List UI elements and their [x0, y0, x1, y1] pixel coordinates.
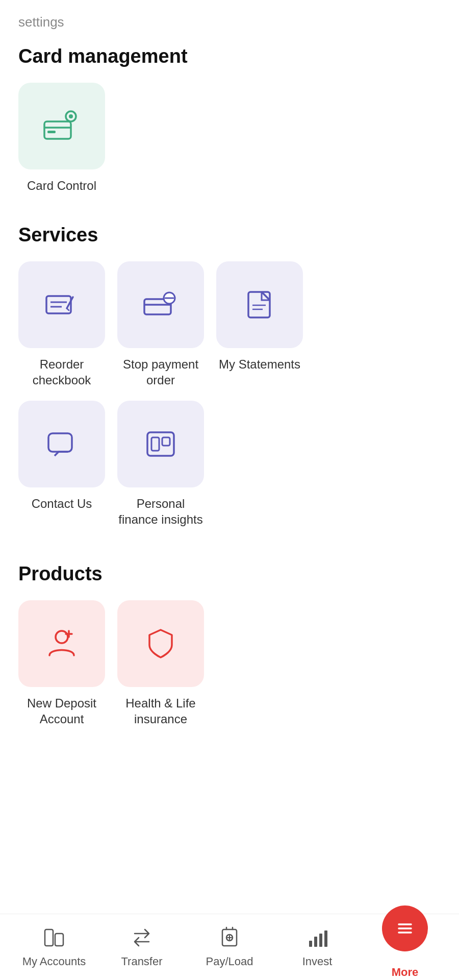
- contact-us-tile[interactable]: Contact Us: [18, 401, 105, 527]
- card-control-icon-box: [18, 83, 105, 169]
- svg-point-21: [56, 631, 68, 643]
- finance-icon: [140, 426, 181, 462]
- svg-line-8: [67, 297, 73, 308]
- reorder-checkbook-tile[interactable]: Reorder checkbook: [18, 261, 105, 388]
- services-grid-row1: Reorder checkbook Stop payment order: [18, 261, 441, 388]
- services-grid-row2: Contact Us Personal finance insights: [18, 401, 441, 527]
- svg-rect-33: [324, 930, 327, 947]
- invest-icon: [306, 926, 328, 951]
- card-management-section: Card management Card Control: [0, 35, 459, 193]
- transfer-label: Transfer: [121, 955, 162, 968]
- stop-payment-icon-box: [117, 261, 204, 348]
- svg-rect-4: [47, 131, 56, 133]
- my-statements-tile[interactable]: My Statements: [216, 261, 303, 388]
- new-deposit-icon-box: [18, 600, 105, 687]
- stop-payment-tile[interactable]: Stop payment order: [117, 261, 204, 388]
- my-statements-icon-box: [216, 261, 303, 348]
- svg-rect-2: [44, 121, 71, 139]
- svg-rect-24: [45, 929, 53, 946]
- stop-payment-label: Stop payment order: [117, 356, 204, 388]
- transfer-icon: [131, 926, 153, 951]
- bottom-nav: My Accounts Transfer Pay/Load: [0, 914, 459, 980]
- new-deposit-label: New Deposit Account: [18, 695, 105, 727]
- svg-rect-19: [151, 437, 159, 451]
- card-control-icon: [41, 108, 82, 144]
- card-control-tile[interactable]: Card Control: [18, 83, 105, 193]
- pay-load-label: Pay/Load: [206, 955, 253, 968]
- personal-finance-icon-box: [117, 401, 204, 487]
- contact-us-icon-box: [18, 401, 105, 487]
- reorder-checkbook-icon-box: [18, 261, 105, 348]
- more-fab-button[interactable]: [382, 905, 428, 951]
- svg-rect-31: [314, 937, 317, 947]
- products-grid: New Deposit Account Health & Life insura…: [18, 600, 441, 727]
- my-accounts-icon: [43, 926, 65, 951]
- reorder-checkbook-label: Reorder checkbook: [18, 356, 105, 388]
- health-life-tile[interactable]: Health & Life insurance: [117, 600, 204, 727]
- pay-load-icon: [218, 926, 241, 951]
- nav-more[interactable]: More: [361, 916, 449, 979]
- invest-label: Invest: [302, 955, 333, 968]
- nav-my-accounts[interactable]: My Accounts: [10, 926, 98, 968]
- hamburger-icon: [394, 917, 416, 940]
- nav-transfer[interactable]: Transfer: [98, 926, 186, 968]
- contact-us-label: Contact Us: [32, 496, 92, 511]
- svg-rect-25: [55, 934, 63, 946]
- health-life-icon-box: [117, 600, 204, 687]
- svg-rect-30: [309, 941, 312, 947]
- my-accounts-label: My Accounts: [22, 955, 86, 968]
- services-section: Services Reorder checkbook: [0, 214, 459, 527]
- nav-pay-load[interactable]: Pay/Load: [186, 926, 273, 968]
- services-title: Services: [18, 224, 441, 246]
- products-section: Products New Deposit Account: [0, 553, 459, 727]
- svg-rect-17: [48, 433, 72, 452]
- new-deposit-tile[interactable]: New Deposit Account: [18, 600, 105, 727]
- personal-finance-label: Personal finance insights: [117, 496, 204, 527]
- health-life-label: Health & Life insurance: [117, 695, 204, 727]
- my-statements-label: My Statements: [219, 356, 300, 372]
- deposit-icon: [41, 626, 82, 662]
- card-management-grid: Card Control: [18, 83, 441, 193]
- more-label: More: [392, 966, 419, 979]
- svg-rect-20: [162, 437, 170, 446]
- settings-link[interactable]: settings: [0, 0, 459, 35]
- nav-invest[interactable]: Invest: [273, 926, 361, 968]
- personal-finance-tile[interactable]: Personal finance insights: [117, 401, 204, 527]
- svg-line-9: [67, 308, 69, 310]
- reorder-checkbook-icon: [41, 287, 82, 323]
- insurance-icon: [140, 626, 181, 662]
- svg-point-1: [69, 114, 73, 118]
- svg-rect-5: [46, 296, 71, 313]
- products-title: Products: [18, 563, 441, 585]
- statements-icon: [239, 287, 280, 323]
- card-management-title: Card management: [18, 45, 441, 67]
- contact-icon: [41, 426, 82, 462]
- stop-payment-icon: [140, 287, 181, 323]
- card-control-label: Card Control: [27, 178, 96, 193]
- svg-rect-32: [319, 934, 322, 947]
